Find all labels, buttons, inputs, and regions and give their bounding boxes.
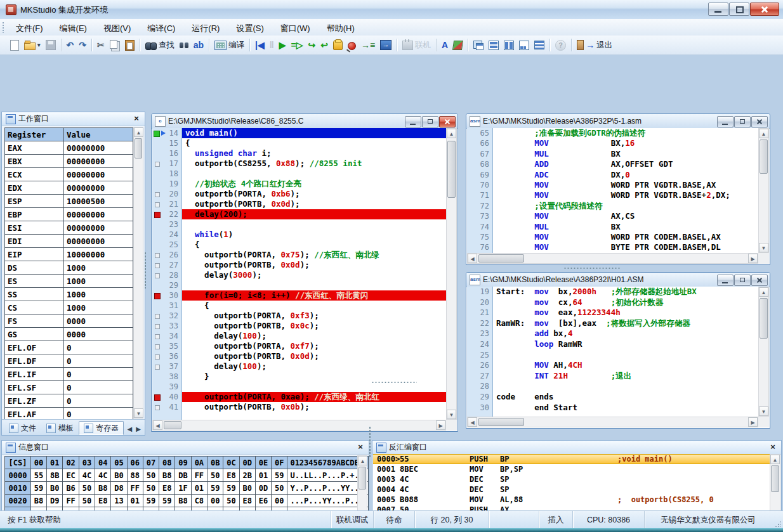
code-line[interactable]: code ends <box>493 392 758 403</box>
resize-grip[interactable] <box>758 417 769 427</box>
scroll-right-icon[interactable]: ▶ <box>748 417 758 427</box>
tile-vertical-button[interactable] <box>502 39 516 51</box>
breakpoint-button[interactable] <box>346 39 358 51</box>
redo-button[interactable]: ↷ <box>77 39 88 51</box>
resize-grip[interactable] <box>758 253 769 264</box>
byte-cell[interactable]: FF <box>191 469 207 482</box>
byte-cell[interactable]: E8 <box>95 495 111 507</box>
code-line[interactable]: ;准备要加载到GDTR的伪描述符 <box>493 128 758 138</box>
hex-row[interactable]: 001059B0B650B8D8FF50E81F015959B00D50Y..P… <box>5 482 369 495</box>
editor-title-bar[interactable]: asmE:\GMJ\MKStudio\Release\A386P32P\5-1.… <box>466 114 770 129</box>
code-line[interactable]: MUL BX <box>493 149 758 159</box>
menu-item-2[interactable]: 编辑(E) <box>51 22 95 36</box>
register-row[interactable]: GS0000 <box>5 328 133 341</box>
editor-minimize-button[interactable] <box>405 116 421 127</box>
byte-cell[interactable]: B8 <box>175 495 191 507</box>
code-line[interactable]: outportb(PORTA, 0xb6); <box>182 189 446 199</box>
code-line[interactable]: MOV WORD PTR VGDTR.BASE+2,DX; <box>493 190 758 200</box>
editor-restore-button[interactable] <box>734 116 751 127</box>
byte-cell[interactable]: 59 <box>30 482 46 495</box>
byte-cell[interactable]: 01 <box>191 482 207 495</box>
code-line[interactable]: ;设置代码段描述符 <box>493 201 758 211</box>
code-line[interactable]: MOV BX,16 <box>493 138 758 148</box>
register-row[interactable]: EFL.DF0 <box>5 354 133 368</box>
byte-cell[interactable]: B6 <box>63 482 79 495</box>
menu-item-1[interactable]: 文件(F) <box>8 22 51 36</box>
code-line[interactable]: MOV WORD PTR CODEM.BASEL,AX <box>493 232 758 242</box>
tile-horizontal-button[interactable] <box>487 39 501 51</box>
code-line[interactable]: delay(3000); <box>182 270 446 280</box>
code-area[interactable]: Start: mov bx,2000h ;外部存储器起始地址BX mov cx,… <box>493 287 758 417</box>
disassembly-panel-close-icon[interactable]: × <box>768 442 778 452</box>
format-brush-button[interactable] <box>451 39 464 51</box>
tab-files[interactable]: 文件 <box>4 421 41 435</box>
byte-cell[interactable]: EC <box>63 469 79 482</box>
byte-cell[interactable]: 00 <box>207 495 223 507</box>
vertical-scrollbar[interactable]: ▲▼ <box>446 128 457 420</box>
byte-cell[interactable]: 8B <box>47 469 63 482</box>
register-scrollbar[interactable]: ▲▼ <box>133 127 143 418</box>
code-line[interactable]: MOV WORD PTR VGDTR.BASE,AX <box>493 180 758 190</box>
byte-cell[interactable]: 2B <box>239 469 255 482</box>
byte-cell[interactable]: B8 <box>159 469 175 482</box>
editor-close-button[interactable] <box>439 116 456 127</box>
step-over-button[interactable]: =▷ <box>289 39 305 51</box>
horizontal-splitter[interactable] <box>563 267 621 270</box>
code-line[interactable] <box>493 381 758 392</box>
scroll-up-icon[interactable]: ▲ <box>759 287 768 297</box>
code-line[interactable]: delay(200); <box>182 209 446 219</box>
disassembly-row[interactable]: 0005 B088MOVAL,88; outportb(CS8255, 0 <box>373 495 770 505</box>
register-row[interactable]: EFL.SF0 <box>5 381 133 394</box>
byte-cell[interactable]: 0D <box>255 482 271 495</box>
register-row[interactable]: EAX00000000 <box>5 141 133 155</box>
breakpoint-icon[interactable] <box>154 293 161 299</box>
byte-cell[interactable]: 13 <box>111 495 127 507</box>
code-line[interactable]: { <box>182 240 446 250</box>
scroll-thumb[interactable] <box>164 421 181 429</box>
arrange-windows-button[interactable] <box>517 39 531 51</box>
byte-cell[interactable]: 01 <box>127 495 143 507</box>
code-line[interactable]: RamWR: mov [bx],eax ;将数据写入外部存储器 <box>493 318 758 329</box>
byte-cell[interactable]: E8 <box>223 469 239 482</box>
code-line[interactable]: delay(100); <box>182 331 446 341</box>
compile-button[interactable]: 编译 <box>213 39 246 52</box>
code-line[interactable]: add bx,4 <box>493 328 758 339</box>
vertical-splitter[interactable] <box>144 252 147 289</box>
scroll-up-icon[interactable]: ▲ <box>134 127 143 137</box>
byte-cell[interactable]: 59 <box>223 482 239 495</box>
code-line[interactable]: outportb(PORTB, 0x0d); <box>182 199 446 209</box>
byte-cell[interactable]: C8 <box>191 495 207 507</box>
code-line[interactable]: { <box>182 301 446 311</box>
tab-scroll-left-icon[interactable]: ◀ <box>128 425 133 432</box>
byte-cell[interactable]: FF <box>63 495 79 507</box>
scroll-right-icon[interactable]: ▶ <box>436 420 445 430</box>
code-line[interactable]: ADD AX,OFFSET GDT <box>493 159 758 169</box>
register-row[interactable]: EDX00000000 <box>5 181 133 195</box>
register-row[interactable]: EIP10000000 <box>5 248 133 261</box>
undo-button[interactable]: ↶ <box>65 39 76 51</box>
code-line[interactable]: ADC DX,0 <box>493 170 758 180</box>
menu-item-3[interactable]: 视图(V) <box>95 22 139 36</box>
scroll-thumb[interactable] <box>478 418 524 426</box>
byte-cell[interactable]: D8 <box>111 482 127 495</box>
menu-item-8[interactable]: 帮助(H) <box>319 22 363 36</box>
register-row[interactable]: EFL.IF0 <box>5 368 133 381</box>
byte-cell[interactable]: E8 <box>239 495 255 507</box>
tab-templates[interactable]: 模板 <box>41 421 79 435</box>
window-resize-grip[interactable] <box>772 511 783 529</box>
scroll-down-icon[interactable]: ▼ <box>447 410 456 419</box>
register-row[interactable]: EFL.OF0 <box>5 341 133 354</box>
scroll-down-icon[interactable]: ▼ <box>759 406 768 416</box>
scroll-thumb[interactable] <box>135 138 142 159</box>
code-line[interactable]: outportb(PORTA, 0xf3); <box>182 311 446 321</box>
byte-cell[interactable]: 50 <box>79 495 95 507</box>
register-row[interactable]: ESI00000000 <box>5 221 133 235</box>
byte-cell[interactable]: 59 <box>272 469 287 482</box>
register-row[interactable]: EBX00000000 <box>5 155 133 168</box>
register-row[interactable]: FS0000 <box>5 315 133 328</box>
code-line[interactable]: MOV AX,CS <box>493 211 758 221</box>
code-line[interactable]: } <box>182 372 446 382</box>
scroll-up-icon[interactable]: ▲ <box>447 129 456 138</box>
byte-cell[interactable]: 4C <box>79 469 95 482</box>
code-line[interactable]: outportb(PORTB, 0x0d); <box>182 260 446 270</box>
